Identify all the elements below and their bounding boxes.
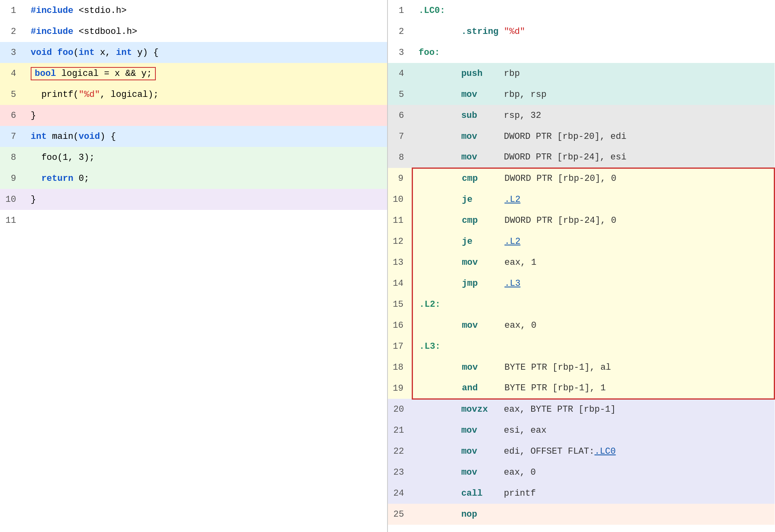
asm-operand: DWORD PTR [rbp-20], edi <box>504 132 626 142</box>
table-row: 4 push rbp <box>388 63 775 84</box>
code-line: jmp .L3 <box>412 273 775 294</box>
line-number: 5 <box>388 84 412 105</box>
line-number: 1 <box>388 0 412 21</box>
table-row: 22 mov edi, OFFSET FLAT:.LC0 <box>388 441 775 462</box>
table-row: 5 mov rbp, rsp <box>388 84 775 105</box>
asm-operand: eax, 0 <box>505 320 536 331</box>
table-row: 2 .string "%d" <box>388 21 775 42</box>
asm-link: .L3 <box>505 279 521 289</box>
asm-operand: eax, 1 <box>505 258 536 268</box>
table-row: 12 je .L2 <box>388 231 775 252</box>
asm-label: foo: <box>419 48 440 58</box>
line-number: 2 <box>0 21 24 42</box>
table-row: 14 jmp .L3 <box>388 273 775 294</box>
asm-operand: DWORD PTR [rbp-24], esi <box>504 152 626 162</box>
keyword: return <box>41 174 73 184</box>
line-number: 10 <box>0 189 24 210</box>
asm-operand: rbp, rsp <box>504 90 547 100</box>
code-line: int main(void) { <box>24 126 387 147</box>
asm-operand: eax, 0 <box>504 467 536 478</box>
table-row: 3 void foo(int x, int y) { <box>0 42 387 63</box>
table-row: 2 #include <stdbool.h> <box>0 21 387 42</box>
line-number: 25 <box>388 504 412 525</box>
asm-instruction: mov <box>462 320 478 331</box>
right-pane: 1 .LC0: 2 .string "%d" 3 foo: 4 push rbp… <box>388 0 775 532</box>
table-row: 23 mov eax, 0 <box>388 462 775 483</box>
line-number: 5 <box>0 84 24 105</box>
table-row: 6 } <box>0 105 387 126</box>
asm-instruction: push <box>461 69 483 79</box>
table-row: 10 } <box>0 189 387 210</box>
line-number: 7 <box>0 126 24 147</box>
preprocessor: #include <box>31 6 73 16</box>
table-row: 4 bool logical = x && y; <box>0 63 387 84</box>
asm-label: .L2: <box>419 300 441 310</box>
line-number: 12 <box>388 231 412 252</box>
table-row: 7 int main(void) { <box>0 126 387 147</box>
table-row: 24 call printf <box>388 483 775 504</box>
asm-instruction: mov <box>462 362 478 373</box>
code-line: mov DWORD PTR [rbp-20], edi <box>412 126 775 147</box>
code-line: foo(1, 3); <box>24 147 387 168</box>
line-number: 21 <box>388 420 412 441</box>
line-number: 23 <box>388 462 412 483</box>
code-line: mov edi, OFFSET FLAT:.LC0 <box>412 441 775 462</box>
code-line: movzx eax, BYTE PTR [rbp-1] <box>412 399 775 420</box>
preprocessor: #include <box>31 27 73 37</box>
right-code-table: 1 .LC0: 2 .string "%d" 3 foo: 4 push rbp… <box>388 0 775 525</box>
asm-operand: rbp <box>504 69 520 79</box>
asm-instruction: mov <box>461 152 478 162</box>
code-line: cmp DWORD PTR [rbp-20], 0 <box>412 168 775 189</box>
line-number: 8 <box>388 147 412 168</box>
asm-operand: printf <box>504 488 536 498</box>
code-line: return 0; <box>24 168 387 189</box>
line-number: 10 <box>388 189 412 210</box>
table-row: 1 .LC0: <box>388 0 775 21</box>
keyword: void <box>31 48 52 58</box>
code-line: foo: <box>412 42 775 63</box>
asm-instruction: mov <box>461 132 478 142</box>
code-line: mov esi, eax <box>412 420 775 441</box>
asm-operand: esi, eax <box>504 425 547 436</box>
code-line: .L2: <box>412 294 775 315</box>
line-number: 3 <box>388 42 412 63</box>
asm-instruction: sub <box>461 111 478 121</box>
code-line: sub rsp, 32 <box>412 105 775 126</box>
asm-instruction: movzx <box>461 404 488 415</box>
table-row: 15 .L2: <box>388 294 775 315</box>
table-row: 1 #include <stdio.h> <box>0 0 387 21</box>
line-number: 14 <box>388 273 412 294</box>
code-line: } <box>24 189 387 210</box>
line-number: 8 <box>0 147 24 168</box>
code-line: mov DWORD PTR [rbp-24], esi <box>412 147 775 168</box>
table-row: 5 printf("%d", logical); <box>0 84 387 105</box>
table-row: 16 mov eax, 0 <box>388 315 775 336</box>
asm-label: .L3: <box>419 341 441 352</box>
line-number: 9 <box>388 168 412 189</box>
asm-link: .L2 <box>505 237 521 247</box>
code-line: #include <stdio.h> <box>24 0 387 21</box>
table-row: 3 foo: <box>388 42 775 63</box>
line-number: 13 <box>388 252 412 273</box>
asm-directive: .string <box>461 27 499 37</box>
table-row: 11 <box>0 210 387 231</box>
asm-instruction: jmp <box>462 279 478 289</box>
asm-instruction: mov <box>461 90 478 100</box>
left-code-table: 1 #include <stdio.h> 2 #include <stdbool… <box>0 0 387 231</box>
keyword: int <box>31 132 47 142</box>
asm-instruction: mov <box>462 258 478 268</box>
line-number: 17 <box>388 336 412 357</box>
code-line: mov eax, 0 <box>412 462 775 483</box>
string-literal: "%d" <box>79 90 100 100</box>
table-row: 17 .L3: <box>388 336 775 357</box>
table-row: 8 foo(1, 3); <box>0 147 387 168</box>
code-line: je .L2 <box>412 189 775 210</box>
line-number: 7 <box>388 126 412 147</box>
asm-operand: edi, OFFSET FLAT: <box>504 446 594 457</box>
code-line: nop <box>412 504 775 525</box>
line-number: 18 <box>388 357 412 378</box>
asm-operand: DWORD PTR [rbp-24], 0 <box>505 216 616 226</box>
line-number: 4 <box>388 63 412 84</box>
line-number: 6 <box>0 105 24 126</box>
table-row: 19 and BYTE PTR [rbp-1], 1 <box>388 378 775 399</box>
